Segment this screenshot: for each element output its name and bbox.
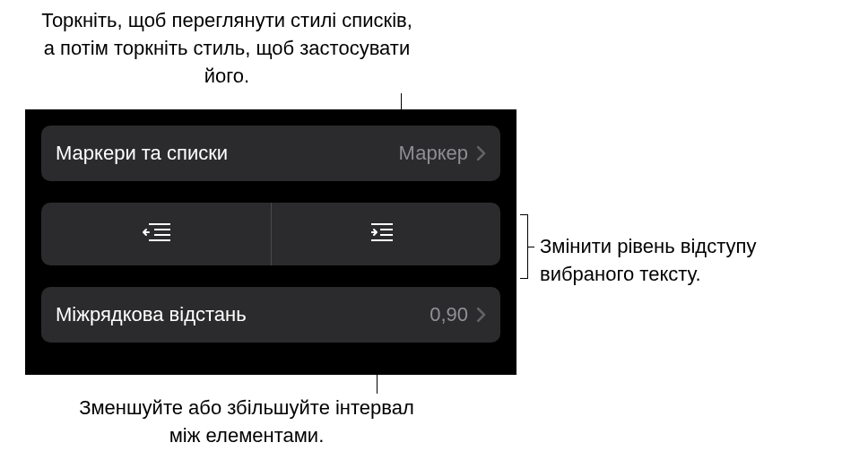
bullets-lists-value: Маркер — [399, 142, 468, 165]
chevron-right-icon — [477, 304, 486, 325]
bullets-lists-row[interactable]: Маркери та списки Маркер — [41, 126, 500, 181]
line-spacing-label: Міжрядкова відстань — [56, 303, 430, 326]
format-panel: Маркери та списки Маркер — [25, 109, 516, 375]
indent-button[interactable] — [272, 203, 501, 265]
bullets-lists-label: Маркери та списки — [56, 142, 399, 165]
outdent-icon — [142, 221, 170, 247]
outdent-button[interactable] — [41, 203, 271, 265]
callout-list-styles: Торкніть, щоб переглянути стилі списків,… — [34, 7, 420, 90]
callout-bracket-right — [520, 214, 533, 279]
line-spacing-value: 0,90 — [430, 303, 468, 326]
chevron-right-icon — [477, 143, 486, 164]
callout-line-bottom — [377, 361, 378, 394]
indent-controls-row — [41, 203, 500, 265]
line-spacing-row[interactable]: Міжрядкова відстань 0,90 — [41, 287, 500, 343]
callout-spacing: Зменшуйте або збільшуйте інтервал між ел… — [76, 395, 417, 450]
indent-icon — [371, 221, 400, 247]
callout-indent-level: Змінити рівень відступу вибраного тексту… — [540, 233, 854, 289]
